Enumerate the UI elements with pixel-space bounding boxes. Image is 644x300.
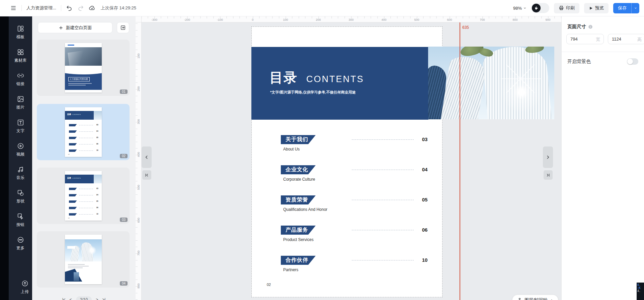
toc-entry[interactable]: 关于我们 03 About Us (281, 135, 316, 144)
page-height-input[interactable] (608, 34, 644, 44)
prev-page-button[interactable]: < (70, 297, 72, 300)
page-settings-panel: 页面尺寸 宽 高 开启背景色 (561, 16, 644, 300)
sidebar-item-text[interactable]: 文字 (9, 119, 32, 134)
print-button[interactable]: 印刷 (554, 3, 579, 13)
toc-page-number[interactable]: 10 (417, 257, 432, 263)
document-page[interactable]: 目录 CONTENTS *文字/图片源于网络,仅供学习参考,不做任何商业用途 关… (251, 26, 442, 297)
save-button[interactable]: 保存 (613, 3, 631, 13)
zoom-control[interactable]: 98% (513, 6, 527, 11)
vertical-ruler: 100200300400500600700800 (136, 22, 142, 300)
preview-button[interactable]: 预览 (584, 3, 609, 13)
sidebar-item-label: 形状 (16, 198, 24, 204)
pagination-label: 2/10 (76, 296, 92, 300)
page-thumbnail-3[interactable]: 目录 CONTENTS 0304050610 02 03 (37, 168, 130, 224)
sidebar-item-more[interactable]: 更多 (9, 236, 32, 251)
toc-entry[interactable]: 产品服务 06 Product Services (281, 226, 316, 235)
sidebar-item-label: 视频 (16, 152, 24, 157)
next-page-button[interactable]: > (96, 297, 98, 300)
skip-to-first-icon (145, 173, 149, 177)
text-icon (17, 119, 24, 126)
toc-page-number[interactable]: 03 (417, 136, 432, 142)
toc-page-number[interactable]: 04 (417, 167, 432, 172)
undo-icon[interactable] (66, 5, 73, 11)
ruler-label: 600 (447, 18, 452, 21)
contents-title-en[interactable]: CONTENTS (306, 74, 364, 84)
page-number-text[interactable]: 02 (267, 283, 271, 287)
background-color-toggle[interactable] (627, 58, 638, 65)
toc-flag-label[interactable]: 合作伙伴 (281, 256, 316, 265)
new-blank-page-button[interactable]: 新建空白页面 (38, 22, 112, 33)
toc-flag-label[interactable]: 关于我们 (281, 135, 316, 144)
page-width-input[interactable] (567, 34, 603, 44)
sidebar-item-label: 链接 (16, 81, 24, 87)
save-dropdown-button[interactable] (631, 3, 639, 13)
ruler-label: 500 (137, 185, 140, 190)
toc-entry[interactable]: 合作伙伴 10 Partners (281, 256, 316, 265)
sidebar-item-music[interactable]: 音乐 (9, 166, 32, 181)
ruler-label: 100 (283, 18, 288, 21)
hamburger-menu-icon[interactable] (10, 5, 17, 11)
redo-icon[interactable] (77, 5, 84, 11)
hand-pan-toggle[interactable] (531, 3, 549, 13)
ruler-guide-line[interactable] (460, 22, 460, 300)
contents-title-zh[interactable]: 目录 (269, 68, 298, 87)
page-thumbnail-4[interactable]: 04 (37, 231, 130, 288)
sidebar-item-template[interactable]: 模板 (9, 25, 32, 40)
sidebar-item-video[interactable]: 视频 (9, 142, 32, 157)
ruler-label: 300 (348, 18, 353, 21)
toc-entry-subtitle[interactable]: Corporate Culture (283, 177, 315, 182)
first-page-nav-button[interactable] (142, 170, 151, 180)
sidebar-item-link[interactable]: 链接 (9, 72, 32, 87)
prev-page-nav-button[interactable] (142, 146, 152, 168)
toc-entry[interactable]: 资质荣誉 05 Qualifications And Honor (281, 195, 316, 204)
last-page-nav-button[interactable] (544, 170, 553, 180)
document-title[interactable]: 人力资源管理... (26, 5, 56, 11)
editor-canvas[interactable]: 目录 CONTENTS *文字/图片源于网络,仅供学习参考,不做任何商业用途 关… (142, 22, 561, 300)
sidebar-item-shape[interactable]: 形状 (9, 189, 32, 204)
next-page-nav-button[interactable] (543, 146, 553, 168)
toc-flag-label[interactable]: 产品服务 (281, 226, 316, 235)
last-page-button[interactable]: >| (102, 297, 105, 300)
ruler-label: 600 (137, 218, 140, 223)
top-toolbar: 人力资源管理... 上次保存 14:29:25 98% 印刷 预览 保存 (0, 0, 644, 16)
chevron-left-icon (144, 155, 149, 160)
pages-panel: 新建空白页面 人力资源公司宣传册 01 目录 CONTENTS 03040506… (32, 16, 136, 300)
layers-timeline-button[interactable]: 图层/时间轴 (512, 295, 558, 300)
page-number-badge: 03 (120, 218, 128, 222)
page-size-label: 页面尺寸 (567, 24, 586, 30)
video-icon (17, 142, 24, 149)
first-page-button[interactable]: |< (62, 297, 66, 300)
contents-header-banner[interactable]: 目录 CONTENTS *文字/图片源于网络,仅供学习参考,不做任何商业用途 (251, 47, 428, 120)
toc-entry-subtitle[interactable]: Partners (283, 267, 298, 272)
toc-entry-subtitle[interactable]: Product Services (283, 237, 314, 242)
sidebar-item-image[interactable]: 图片 (9, 96, 32, 110)
info-icon[interactable] (588, 24, 593, 29)
toc-entry-subtitle[interactable]: About Us (283, 147, 300, 152)
more-icon (17, 236, 24, 243)
contents-disclaimer[interactable]: *文字/图片源于网络,仅供学习参考,不做任何商业用途 (270, 90, 355, 95)
toc-flag-label[interactable]: 资质荣誉 (281, 195, 316, 204)
mini-toc-row: 10 (69, 149, 98, 155)
ruler-label: 100 (137, 53, 140, 59)
skyscraper-photo[interactable] (428, 47, 554, 119)
page-thumbnail-1[interactable]: 人力资源公司宣传册 01 (37, 40, 130, 96)
import-icon (120, 25, 126, 31)
zoom-value: 98% (513, 6, 522, 11)
ruler-label: 500 (414, 18, 419, 21)
toc-page-number[interactable]: 06 (417, 227, 432, 233)
toc-flag-label[interactable]: 企业文化 (281, 165, 316, 174)
sidebar-item-upload[interactable]: 上传 (9, 280, 41, 295)
image-icon (17, 96, 24, 103)
import-page-button[interactable] (117, 22, 129, 33)
sidebar-item-assets[interactable]: 素材库 (9, 49, 32, 63)
mini-toc-row: 10 (69, 213, 98, 219)
toc-entry-subtitle[interactable]: Qualifications And Honor (283, 207, 327, 212)
toc-entry[interactable]: 企业文化 04 Corporate Culture (281, 165, 316, 174)
toc-page-number[interactable]: 05 (417, 197, 432, 202)
sidebar-item-button[interactable]: 按钮 (9, 213, 32, 228)
mini-toc-row: 05 (69, 136, 98, 142)
page-thumbnail-2[interactable]: 目录 CONTENTS 0304050610 02 02 (37, 104, 130, 160)
toc-dotted-leader (352, 200, 414, 200)
left-sidebar: 模板素材库链接图片文字视频音乐形状按钮更多 上传 (0, 16, 32, 300)
ruler-label: -300 (151, 18, 157, 21)
